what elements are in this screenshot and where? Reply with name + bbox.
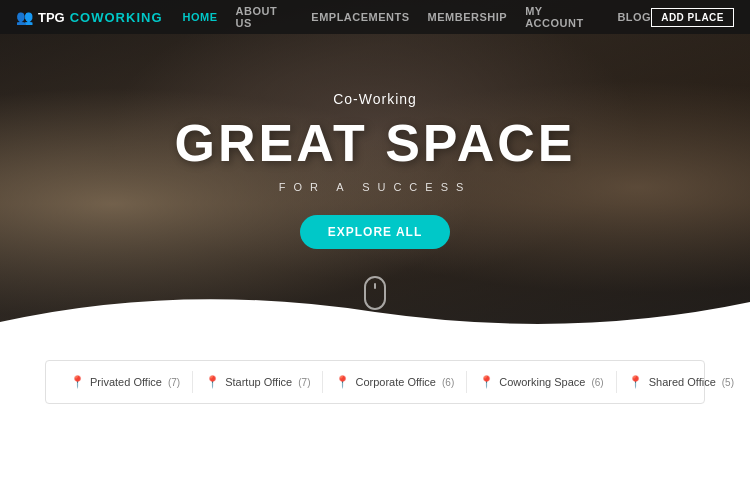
- hero-tagline: FOR A SUCCESS: [0, 181, 750, 193]
- privated-office-count: (7): [168, 377, 180, 388]
- coworking-space-label: Coworking Space: [499, 376, 585, 388]
- coworking-space-icon: 📍: [479, 375, 493, 389]
- logo-icon: 👥: [16, 9, 33, 25]
- hero-subtitle: Co-Working: [0, 91, 750, 107]
- nav-about[interactable]: ABOUT US: [236, 5, 294, 29]
- nav-links: HOME ABOUT US EMPLACEMENTS MEMBERSHIP MY…: [183, 5, 652, 29]
- privated-office-icon: 📍: [70, 375, 84, 389]
- shared-office-count: (5): [722, 377, 734, 388]
- hero-section: Co-Working GREAT SPACE FOR A SUCCESS EXP…: [0, 0, 750, 340]
- startup-office-count: (7): [298, 377, 310, 388]
- corporate-office-icon: 📍: [335, 375, 349, 389]
- filter-bar: 📍 Privated Office (7) 📍 Startup Office (…: [45, 360, 705, 404]
- nav-membership[interactable]: MEMBERSHIP: [428, 11, 508, 23]
- hero-title: GREAT SPACE: [0, 113, 750, 173]
- logo-coworking: COWORKING: [70, 10, 163, 25]
- logo[interactable]: 👥 TPG COWORKING: [16, 9, 163, 25]
- explore-all-button[interactable]: EXPLORE ALL: [300, 215, 451, 249]
- nav-blog[interactable]: BLOG: [617, 11, 651, 23]
- nav-my-account[interactable]: MY ACCOUNT: [525, 5, 599, 29]
- startup-office-label: Startup Office: [225, 376, 292, 388]
- filter-shared-office[interactable]: 📍 Shared Office (5): [617, 371, 746, 393]
- bottom-section: 📍 Privated Office (7) 📍 Startup Office (…: [0, 340, 750, 500]
- navbar: 👥 TPG COWORKING HOME ABOUT US EMPLACEMEN…: [0, 0, 750, 34]
- filter-privated-office[interactable]: 📍 Privated Office (7): [58, 371, 193, 393]
- hero-wave: [0, 282, 750, 340]
- shared-office-icon: 📍: [629, 375, 643, 389]
- nav-home[interactable]: HOME: [183, 11, 218, 23]
- filter-coworking-space[interactable]: 📍 Coworking Space (6): [467, 371, 616, 393]
- add-place-button[interactable]: ADD PLACE: [651, 8, 734, 27]
- logo-tpg: TPG: [38, 10, 65, 25]
- filter-startup-office[interactable]: 📍 Startup Office (7): [193, 371, 323, 393]
- corporate-office-count: (6): [442, 377, 454, 388]
- shared-office-label: Shared Office: [649, 376, 716, 388]
- filter-corporate-office[interactable]: 📍 Corporate Office (6): [323, 371, 467, 393]
- nav-emplacements[interactable]: EMPLACEMENTS: [311, 11, 409, 23]
- corporate-office-label: Corporate Office: [355, 376, 436, 388]
- privated-office-label: Privated Office: [90, 376, 162, 388]
- startup-office-icon: 📍: [205, 375, 219, 389]
- coworking-space-count: (6): [591, 377, 603, 388]
- hero-content: Co-Working GREAT SPACE FOR A SUCCESS EXP…: [0, 91, 750, 249]
